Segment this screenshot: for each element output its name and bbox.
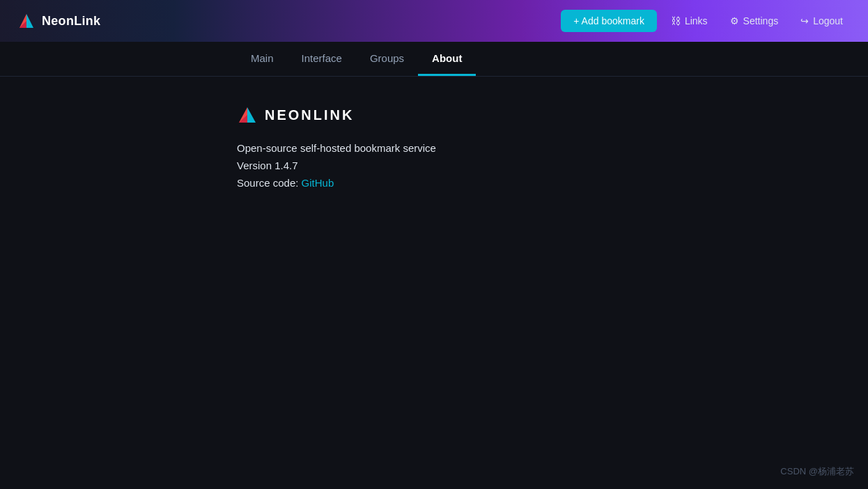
add-bookmark-button[interactable]: + Add bookmark (561, 10, 657, 32)
header-logo-area: NeonLink (17, 11, 100, 31)
links-button[interactable]: ⛓ Links (662, 10, 716, 32)
nav-tabs: Main Interface Groups About (0, 42, 868, 77)
settings-button[interactable]: ⚙ Settings (722, 10, 787, 32)
settings-icon: ⚙ (730, 15, 739, 26)
tab-about[interactable]: About (418, 42, 476, 76)
links-icon: ⛓ (671, 15, 681, 26)
header-actions: + Add bookmark ⛓ Links ⚙ Settings ↪ Logo… (561, 10, 851, 32)
settings-label: Settings (743, 15, 779, 26)
brand-name: NEONLINK (265, 107, 354, 123)
links-label: Links (685, 15, 708, 26)
logout-icon: ↪ (800, 15, 809, 26)
tab-groups[interactable]: Groups (356, 42, 418, 76)
about-version: Version 1.4.7 (237, 160, 631, 171)
about-source: Source code: GitHub (237, 177, 631, 189)
header-logo-text: NeonLink (42, 14, 100, 29)
brand-logo-icon (237, 104, 258, 125)
main-content: NEONLINK Open-source self-hosted bookmar… (0, 77, 868, 217)
about-description: Open-source self-hosted bookmark service (237, 142, 631, 154)
neonlink-logo-icon (17, 11, 36, 31)
github-link[interactable]: GitHub (302, 177, 334, 189)
tab-interface[interactable]: Interface (288, 42, 356, 76)
svg-marker-4 (247, 107, 256, 123)
footer-watermark: CSDN @杨浦老苏 (780, 465, 854, 478)
logout-label: Logout (813, 15, 843, 26)
svg-marker-1 (26, 14, 33, 28)
source-code-prefix: Source code: (237, 177, 302, 189)
brand-logo: NEONLINK (237, 104, 631, 125)
tab-main[interactable]: Main (237, 42, 288, 76)
logout-button[interactable]: ↪ Logout (792, 10, 851, 32)
header: NeonLink + Add bookmark ⛓ Links ⚙ Settin… (0, 0, 868, 42)
